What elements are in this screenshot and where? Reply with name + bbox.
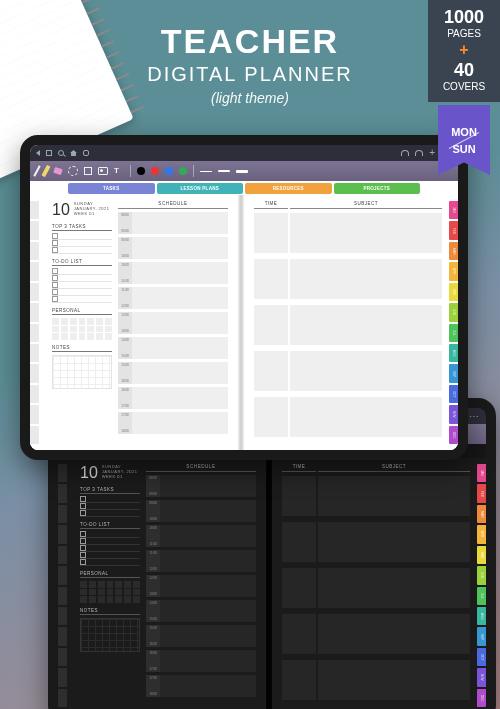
todo-row[interactable]: [52, 296, 112, 303]
subject-cell[interactable]: [318, 476, 470, 516]
time-cell[interactable]: [254, 305, 288, 345]
section-tab[interactable]: [58, 546, 67, 564]
add-icon[interactable]: +: [429, 148, 435, 158]
task-row[interactable]: [80, 510, 140, 517]
month-tab[interactable]: APR: [477, 525, 486, 543]
schedule-cell[interactable]: [160, 600, 256, 622]
month-tab[interactable]: FEB: [449, 221, 458, 239]
schedule-cell[interactable]: [160, 675, 256, 697]
time-cell[interactable]: [254, 397, 288, 437]
schedule-cell[interactable]: [132, 362, 228, 384]
month-tab[interactable]: MAY: [449, 283, 458, 301]
task-row[interactable]: [52, 247, 112, 254]
section-tab[interactable]: [58, 505, 67, 523]
time-cell[interactable]: [282, 614, 316, 654]
subject-row[interactable]: [254, 259, 442, 299]
schedule-cell[interactable]: [132, 212, 228, 234]
schedule-cell[interactable]: [132, 312, 228, 334]
month-tab[interactable]: SEP: [449, 364, 458, 382]
undo-icon[interactable]: [401, 150, 409, 156]
nav-tab[interactable]: LESSON PLANS: [157, 183, 244, 194]
schedule-cell[interactable]: [132, 412, 228, 434]
section-tab[interactable]: [30, 262, 39, 280]
month-tab[interactable]: DEC: [449, 426, 458, 444]
search-icon[interactable]: [58, 150, 64, 156]
section-tab[interactable]: [58, 587, 67, 605]
schedule-row[interactable]: 09:0010:00: [146, 500, 256, 522]
schedule-cell[interactable]: [160, 650, 256, 672]
schedule-cell[interactable]: [160, 575, 256, 597]
subject-cell[interactable]: [318, 660, 470, 700]
schedule-cell[interactable]: [132, 237, 228, 259]
schedule-row[interactable]: 10:0011:00: [118, 262, 228, 284]
color-blue[interactable]: [165, 167, 173, 175]
section-tab[interactable]: [30, 426, 39, 444]
section-tab[interactable]: [30, 242, 39, 260]
nav-tab[interactable]: PROJECTS: [334, 183, 421, 194]
month-tab[interactable]: MAR: [477, 505, 486, 523]
schedule-cell[interactable]: [160, 550, 256, 572]
section-tab[interactable]: [58, 484, 67, 502]
pen-tool-icon[interactable]: [33, 165, 40, 177]
schedule-row[interactable]: 14:0015:00: [146, 600, 256, 622]
section-tab[interactable]: [30, 364, 39, 382]
page-right[interactable]: JANFEBMARAPRMAYJUNJULAUGSEPOCTNOVDEC TIM…: [272, 458, 486, 709]
time-cell[interactable]: [254, 351, 288, 391]
month-tab[interactable]: JUL: [477, 587, 486, 605]
color-green[interactable]: [179, 167, 187, 175]
subject-row[interactable]: [254, 351, 442, 391]
month-tab[interactable]: JUN: [477, 566, 486, 584]
section-tab[interactable]: [30, 344, 39, 362]
subject-row[interactable]: [254, 397, 442, 437]
back-icon[interactable]: [36, 150, 40, 156]
section-tab[interactable]: [58, 566, 67, 584]
page-left[interactable]: 10 SUNDAY JANUARY, 2021 WEEK 01 TOP 3 TA…: [58, 458, 266, 709]
month-tab[interactable]: NOV: [477, 668, 486, 686]
subject-row[interactable]: [254, 305, 442, 345]
time-cell[interactable]: [282, 568, 316, 608]
task-row[interactable]: [52, 240, 112, 247]
schedule-cell[interactable]: [132, 262, 228, 284]
nav-tab[interactable]: RESOURCES: [245, 183, 332, 194]
month-tab[interactable]: DEC: [477, 689, 486, 707]
section-tab[interactable]: [30, 221, 39, 239]
month-tab[interactable]: MAY: [477, 546, 486, 564]
schedule-row[interactable]: 09:0010:00: [118, 237, 228, 259]
month-tab[interactable]: JUL: [449, 324, 458, 342]
section-tab[interactable]: [30, 303, 39, 321]
month-tab[interactable]: JAN: [477, 464, 486, 482]
schedule-row[interactable]: 14:0015:00: [118, 337, 228, 359]
time-cell[interactable]: [254, 213, 288, 253]
schedule-row[interactable]: 15:0016:00: [118, 362, 228, 384]
schedule-cell[interactable]: [132, 337, 228, 359]
schedule-row[interactable]: 16:0017:00: [146, 650, 256, 672]
schedule-row[interactable]: 08:0009:00: [118, 212, 228, 234]
month-tab[interactable]: AUG: [477, 607, 486, 625]
section-tab[interactable]: [58, 648, 67, 666]
subject-row[interactable]: [282, 614, 470, 654]
image-tool-icon[interactable]: [98, 167, 108, 175]
subject-cell[interactable]: [290, 259, 442, 299]
month-tab[interactable]: APR: [449, 262, 458, 280]
todo-row[interactable]: [52, 282, 112, 289]
habit-tracker[interactable]: [80, 581, 140, 603]
subject-row[interactable]: [282, 660, 470, 700]
subject-row[interactable]: [282, 568, 470, 608]
month-tab[interactable]: JUN: [449, 303, 458, 321]
subject-cell[interactable]: [290, 213, 442, 253]
more-icon[interactable]: ⋯: [469, 411, 480, 422]
schedule-row[interactable]: 17:0018:00: [146, 675, 256, 697]
page-left[interactable]: 10 SUNDAY JANUARY, 2021 WEEK 01 TOP 3 TA…: [30, 195, 238, 450]
month-tab[interactable]: FEB: [477, 484, 486, 502]
todo-row[interactable]: [52, 289, 112, 296]
section-tab[interactable]: [30, 324, 39, 342]
color-red[interactable]: [151, 167, 159, 175]
export-icon[interactable]: [83, 150, 89, 156]
todo-row[interactable]: [52, 275, 112, 282]
color-black[interactable]: [137, 167, 145, 175]
stroke-med[interactable]: [218, 170, 230, 172]
month-tab[interactable]: OCT: [449, 385, 458, 403]
task-row[interactable]: [80, 503, 140, 510]
schedule-cell[interactable]: [160, 500, 256, 522]
habit-tracker[interactable]: [52, 318, 112, 340]
